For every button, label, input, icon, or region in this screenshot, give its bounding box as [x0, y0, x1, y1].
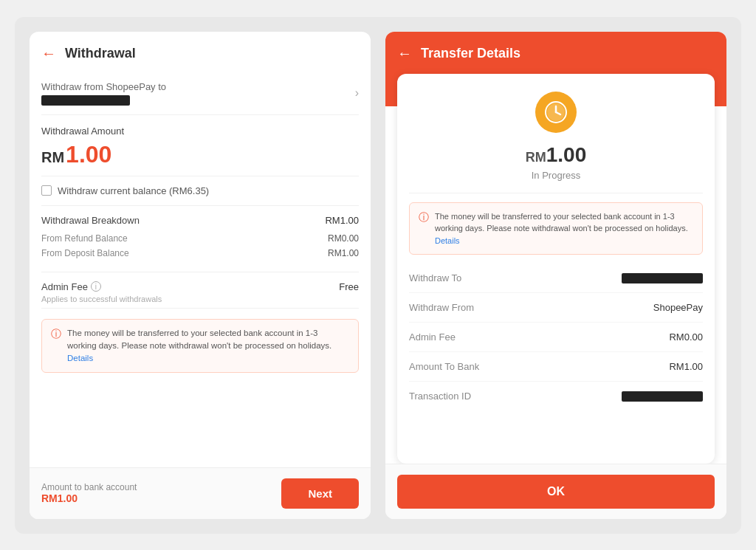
withdrawal-amount-label: Withdrawal Amount [41, 126, 359, 137]
notice-icon-right: ⓘ [419, 211, 429, 247]
notice-details-link-left[interactable]: Details [67, 354, 93, 362]
chevron-right-icon: › [355, 86, 359, 100]
withdraw-from-label-right: Withdraw From [409, 302, 474, 313]
currency-left: RM [41, 149, 64, 165]
checkbox-row[interactable]: Withdraw current balance (RM6.35) [41, 176, 359, 206]
refund-label: From Refund Balance [41, 233, 128, 244]
admin-fee-value: Free [339, 281, 359, 292]
detail-row-withdraw-to: Withdraw To [409, 264, 703, 293]
withdraw-from-row[interactable]: Withdraw from ShopeePay to › [41, 72, 359, 115]
detail-row-withdraw-from: Withdraw From ShopeePay [409, 293, 703, 323]
right-back-arrow[interactable]: ← [397, 45, 412, 62]
clock-icon [544, 100, 568, 124]
left-notice-box: ⓘ The money will be transferred to your … [41, 319, 359, 374]
amount-to-bank-value: RM1.00 [669, 361, 703, 372]
breakdown-row-deposit: From Deposit Balance RM1.00 [41, 248, 359, 258]
right-card: RM1.00 In Progress ⓘ The money will be t… [397, 74, 715, 464]
card-divider [409, 193, 703, 193]
right-footer: OK [385, 464, 726, 519]
withdraw-to-value-redacted [622, 273, 703, 283]
left-footer: Amount to bank account RM1.00 Next [30, 467, 371, 519]
card-amount: RM1.00 [526, 143, 587, 167]
bank-redacted-left [41, 95, 130, 106]
card-status: In Progress [532, 170, 580, 181]
admin-fee-sub: Applies to successful withdrawals [41, 295, 162, 303]
transfer-details-panel: ← Transfer Details RM1.00 In Progress [385, 32, 726, 519]
admin-fee-section: Admin Fee i Applies to successful withdr… [41, 272, 359, 309]
left-title: Withdrawal [65, 46, 136, 61]
transaction-id-label: Transaction ID [409, 391, 471, 402]
transaction-id-value-redacted [622, 391, 703, 402]
left-content: Withdraw from ShopeePay to › Withdrawal … [30, 72, 371, 467]
notice-icon-left: ⓘ [51, 328, 61, 341]
clock-icon-wrapper [535, 92, 577, 133]
breakdown-row-refund: From Refund Balance RM0.00 [41, 233, 359, 244]
withdrawal-panel: ← Withdrawal Withdraw from ShopeePay to … [30, 32, 371, 519]
withdraw-from-value: ShopeePay [653, 302, 703, 313]
card-currency: RM [526, 150, 546, 165]
screenshot-wrapper: ← Withdrawal Withdraw from ShopeePay to … [15, 17, 741, 534]
withdrawal-amount-section: Withdrawal Amount RM1.00 [41, 115, 359, 176]
current-balance-checkbox[interactable] [41, 185, 52, 196]
card-top: RM1.00 In Progress [397, 74, 715, 193]
info-icon[interactable]: i [91, 281, 101, 292]
admin-fee-label-right: Admin Fee [409, 331, 456, 343]
next-button[interactable]: Next [281, 478, 359, 509]
admin-fee-value-right: RM0.00 [669, 331, 703, 343]
withdraw-to-label: Withdraw To [409, 272, 461, 283]
checkbox-label: Withdraw current balance (RM6.35) [58, 185, 209, 196]
amount-to-bank-label: Amount To Bank [409, 361, 479, 372]
footer-label-left: Amount to bank account [41, 482, 137, 492]
admin-fee-label: Admin Fee i [41, 281, 162, 292]
withdraw-from-label: Withdraw from ShopeePay to [41, 81, 166, 92]
detail-rows: Withdraw To Withdraw From ShopeePay Admi… [397, 264, 715, 410]
right-notice-box: ⓘ The money will be transferred to your … [409, 202, 703, 255]
notice-text-left: The money will be transferred to your se… [67, 327, 349, 365]
notice-text-right: The money will be transferred to your se… [435, 210, 693, 247]
footer-amount-left: RM1.00 [41, 492, 137, 504]
deposit-label: From Deposit Balance [41, 248, 129, 258]
notice-details-link-right[interactable]: Details [435, 236, 460, 245]
left-back-arrow[interactable]: ← [41, 45, 56, 62]
right-title: Transfer Details [421, 46, 520, 61]
refund-value: RM0.00 [328, 233, 359, 244]
deposit-value: RM1.00 [328, 248, 359, 258]
breakdown-section: Withdrawal Breakdown RM1.00 From Refund … [41, 206, 359, 272]
ok-button[interactable]: OK [397, 475, 715, 509]
breakdown-title: Withdrawal Breakdown [41, 215, 140, 226]
breakdown-header: Withdrawal Breakdown RM1.00 [41, 215, 359, 226]
detail-row-admin-fee: Admin Fee RM0.00 [409, 323, 703, 352]
detail-row-amount-to-bank: Amount To Bank RM1.00 [409, 352, 703, 382]
withdrawal-amount-value: RM1.00 [41, 141, 359, 168]
detail-row-transaction-id: Transaction ID [409, 382, 703, 410]
left-header: ← Withdrawal [30, 32, 371, 72]
breakdown-total: RM1.00 [325, 215, 359, 226]
